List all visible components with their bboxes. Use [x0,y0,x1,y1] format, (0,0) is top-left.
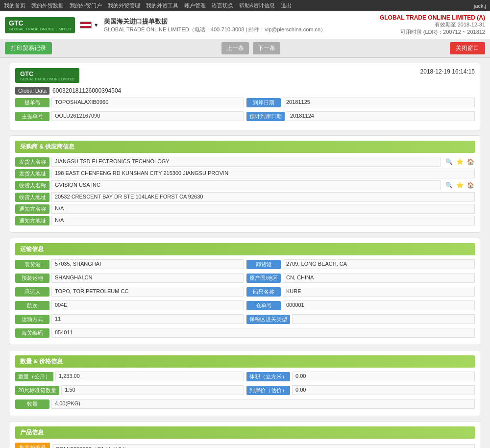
customs-code-row: 海关编码 854011 [15,328,475,338]
eta-field: 预计到岸日期 20181124 [246,111,475,121]
product-card: 产品信息 集装箱编号 OOLU9203602（G1 / L / HH） 集装箱尺… [10,421,480,448]
global-data-label: Global Data [15,87,49,95]
warehouse-label: 仓单号 [246,301,281,310]
search-icon-2[interactable]: 🔍 [444,181,453,190]
print-button[interactable]: 打印贸易记录 [5,42,52,54]
arrival-port-field: 卸货港 2709, LONG BEACH, CA [246,259,475,269]
bonded-value [292,314,475,324]
weight-value: 1,233.00 [55,372,244,381]
toolbar-top: 打印贸易记录 上一条 下一条 关闭窗口 [0,39,490,58]
page-title-area: 美国海关进口提单数据 GLOBAL TRADE ONLINE LIMITED（电… [104,17,326,33]
document-card: GTC GLOBAL TRADE ONLINE LIMITED 2018-12-… [10,63,480,130]
doc-logo: GTC GLOBAL TRADE ONLINE LIMITED [15,68,79,83]
voyage-label: 航次 [15,301,49,310]
page-header: GTC GLOBAL TRADE ONLINE LIMITED ▼ 美国海关进口… [0,11,490,39]
nav-home[interactable]: 我的首页 [4,2,25,9]
global-data-value: 600320181126000394504 [52,87,121,94]
eta-label: 预计到岸日期 [246,112,285,121]
ldr-info: 可用时段 (LDR)：200712 ~ 201812 [380,28,485,36]
customs-code-label: 海关编码 [15,328,49,338]
home-icon-2[interactable]: 🏠 [466,181,475,190]
teu-label: 20尺标准箱数量 [15,386,59,395]
vessel-field: 船只名称 KURE [246,287,475,297]
weight-field: 重量（公斤） 1,233.00 [15,372,244,381]
top-navigation: 我的首页 我的外贸数据 我的外贸门户 我的外贸管理 我的外贸工具 账户管理 语言… [0,0,490,11]
shipper-name-label: 发货人名称 [15,157,49,167]
arrival-port-label: 卸货港 [246,260,281,269]
carriage-origin-row: 预装运地 SHANGHAI,CN 原产国/地区 CN, CHINA [15,273,475,285]
notify-name-row: 通知方名称 N/A [15,204,475,214]
nav-help[interactable]: 帮助&贸计信息 [239,2,275,9]
volume-value: 0.00 [292,372,475,381]
arrival-date-field: 到岸日期 20181125 [246,98,475,107]
carrier-vessel-row: 承运人 TOPO, TOR PETROLEUM CC 船只名称 KURE [15,287,475,299]
shipper-name-value: JIANGSU TSD ELECTRONICS TECHNOLOGY [51,157,441,167]
transport-mode-value: 11 [51,314,244,324]
page-subtitle: GLOBAL TRADE ONLINE LIMITED（电话：400-710-3… [104,26,326,33]
bill-no-field: 提单号 TOPOSHALAXIB0960 [15,98,244,107]
notify-addr-value: N/A [51,216,475,225]
nav-account[interactable]: 账户管理 [184,2,206,9]
notify-name-value: N/A [51,204,475,214]
weight-label: 重量（公斤） [15,372,53,381]
prev-button[interactable]: 上一条 [221,42,249,54]
notify-name-label: 通知方名称 [15,204,49,214]
logo: GTC GLOBAL TRADE ONLINE LIMITED [5,17,75,33]
warehouse-field: 仓单号 000001 [246,300,475,310]
customs-code-value: 854011 [51,328,475,338]
container-no-row: 集装箱编号 OOLU9203602（G1 / L / HH） [15,443,475,448]
close-button[interactable]: 关闭窗口 [450,42,485,54]
bill-no-label: 提单号 [15,98,49,107]
master-eta-row: 主提单号 OOLU2612167090 预计到岸日期 20181124 [15,111,475,123]
qty-value: 4.00(PKG) [51,399,475,409]
language-selector[interactable]: ▼ [80,22,99,28]
bill-no-value: TOPOSHALAXIB0960 [51,98,244,107]
container-no-value: OOLU9203602（G1 / L / HH） [52,444,475,448]
us-flag-icon [80,22,92,28]
shipper-addr-label: 发货人地址 [15,169,49,178]
nav-logout[interactable]: 退出 [281,2,292,9]
nav-management[interactable]: 我的外贸管理 [108,2,140,9]
transport-mode-field: 运输方式 11 [15,314,244,324]
page-title: 美国海关进口提单数据 [104,17,326,26]
container-no-label: 集装箱编号 [15,443,50,448]
carrier-field: 承运人 TOPO, TOR PETROLEUM CC [15,287,244,297]
company-name: GLOBAL TRADE ONLINE LIMITED (A) [380,14,485,21]
master-bill-field: 主提单号 OOLU2612167090 [15,111,244,121]
notify-addr-row: 通知方地址 N/A [15,216,475,225]
teu-field: 20尺标准箱数量 1.50 [15,385,244,395]
next-button[interactable]: 下一条 [253,42,280,54]
consignee-addr-row: 收货人地址 20532 CRESCENT BAY DR STE 104LAKE … [15,192,475,202]
nav-portal[interactable]: 我的外贸门户 [70,2,102,9]
nav-tools[interactable]: 我的外贸工具 [146,2,178,9]
consignee-icons: 🔍 ⭐ 🏠 [444,181,475,190]
consignee-name-label: 收货人名称 [15,181,49,190]
quantity-card: 数量 & 价格信息 重量（公斤） 1,233.00 体积（立方米） 0.00 2… [10,350,480,416]
home-icon[interactable]: 🏠 [466,157,475,166]
teu-price-row: 20尺标准箱数量 1.50 到岸价（估价） 0.00 [15,385,475,397]
volume-label: 体积（立方米） [246,372,290,381]
nav-trade-data[interactable]: 我的外贸数据 [31,2,64,9]
master-bill-label: 主提单号 [15,112,49,121]
nav-links: 我的首页 我的外贸数据 我的外贸门户 我的外贸管理 我的外贸工具 账户管理 语言… [4,2,292,9]
shipper-icons: 🔍 ⭐ 🏠 [444,157,475,166]
origin-value: CN, CHINA [283,273,475,283]
arrival-date-label: 到岸日期 [246,98,281,107]
unit-price-label: 到岸价（估价） [246,386,290,395]
vessel-label: 船只名称 [246,287,281,297]
pre-carriage-field: 预装运地 SHANGHAI,CN [15,273,244,283]
eta-value: 20181124 [287,111,475,121]
carrier-value: TOPO, TOR PETROLEUM CC [51,287,244,297]
nav-language[interactable]: 语言切换 [212,2,233,9]
nav-user: jack.j [474,3,486,9]
star-icon[interactable]: ⭐ [455,157,464,166]
transport-card: 运输信息 装货港 57035, SHANGHAI 卸货港 2709, LONG … [10,238,480,345]
voyage-warehouse-row: 航次 004E 仓单号 000001 [15,300,475,312]
header-right: GLOBAL TRADE ONLINE LIMITED (A) 有效期至 201… [380,14,485,36]
supplier-section-header: 采购商 & 供应商信息 [15,141,475,153]
loading-port-value: 57035, SHANGHAI [51,259,244,269]
star-icon-2[interactable]: ⭐ [455,181,464,190]
search-icon[interactable]: 🔍 [444,157,453,166]
loading-port-field: 装货港 57035, SHANGHAI [15,259,244,269]
transport-mode-label: 运输方式 [15,315,49,324]
